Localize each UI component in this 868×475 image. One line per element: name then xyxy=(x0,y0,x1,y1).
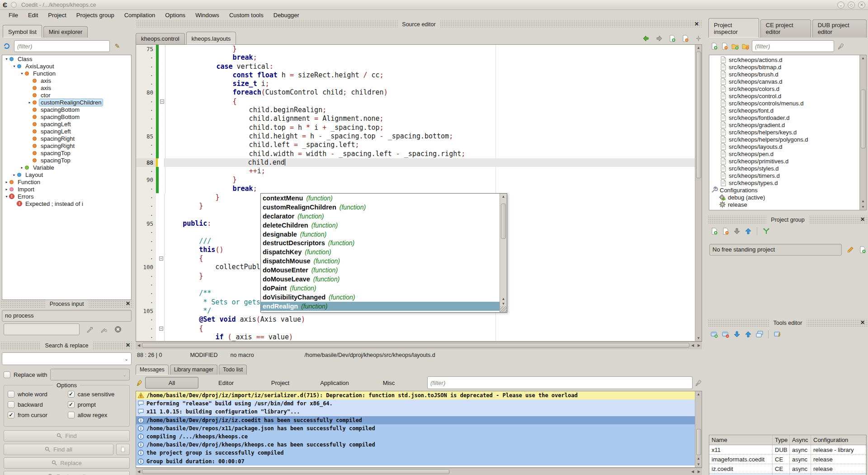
code-line[interactable]: · break; xyxy=(136,185,695,193)
symbol-tree-item[interactable]: ▸Variable xyxy=(2,164,131,171)
project-file-item[interactable]: src/kheops/layouts.d xyxy=(709,143,859,150)
symbol-tree-item[interactable]: spacingTop xyxy=(2,157,131,164)
message-row[interactable]: /home/basile/Dev/dproj/kheops/kheops.ce … xyxy=(136,441,695,449)
tree-expander-icon[interactable]: ▸ xyxy=(4,180,9,184)
message-row[interactable]: /home/basile/Dev/dproj/iz/import/iz/seri… xyxy=(136,391,695,399)
remove-tool-icon[interactable] xyxy=(722,331,729,338)
symbol-tree-item[interactable]: ▾Class xyxy=(2,55,131,62)
close-icon[interactable]: ✕ xyxy=(859,216,866,223)
project-file-item[interactable]: src/kheops/control.d xyxy=(709,92,859,100)
messages-filter-all[interactable]: All xyxy=(145,377,198,389)
symbol-tree-item[interactable]: ▸customRealignChildren xyxy=(2,99,131,106)
completion-item[interactable]: designable(function) xyxy=(261,230,500,239)
project-row[interactable]: iz.coeditCEasyncrelease xyxy=(709,464,866,474)
editor-vscrollbar[interactable]: ▲ ▼ xyxy=(695,45,702,341)
code-line[interactable]: · child.width = width - _spacing.left - … xyxy=(136,150,695,158)
tree-expander-icon[interactable]: ▾ xyxy=(4,195,9,199)
completion-item[interactable]: destructDescriptors(function) xyxy=(261,238,500,247)
menu-item-debugger[interactable]: Debugger xyxy=(269,10,304,20)
replace-with-combo[interactable]: ⌄ xyxy=(50,369,130,380)
messages-vscrollbar[interactable]: ▲ ▲▼ xyxy=(695,391,702,467)
button-replace-all[interactable]: Replace all xyxy=(4,471,130,475)
completion-item[interactable]: customRealignChildren(function) xyxy=(261,203,500,212)
clean-icon[interactable] xyxy=(694,379,702,387)
close-icon[interactable]: ✕ xyxy=(125,300,131,307)
editor-hscrollbar[interactable]: ◀ ◀▶ xyxy=(136,342,702,349)
column-header-configuration[interactable]: Configuration xyxy=(811,435,866,445)
project-file-item[interactable]: src/kheops/font.d xyxy=(709,107,859,114)
completion-item[interactable]: dispatchKey(function) xyxy=(261,247,500,256)
close-icon[interactable]: ✕ xyxy=(693,21,700,27)
message-row[interactable]: /home/basile/Dev/repos/x11/package.json … xyxy=(136,424,695,432)
code-line[interactable]: · child.top = h * i + _spacing.top; xyxy=(136,124,695,132)
run-tool-icon[interactable] xyxy=(774,331,781,338)
completion-item[interactable]: dispatchMouse(function) xyxy=(261,256,500,266)
inspector-vscrollbar[interactable]: ▲ ▲▼ xyxy=(859,55,866,210)
project-file-item[interactable]: src/kheops/pen.d xyxy=(709,150,859,157)
completion-item[interactable]: deleteChildren(function) xyxy=(261,221,500,230)
symbol-tree-item[interactable]: ▸Function xyxy=(2,178,131,185)
remove-project-icon[interactable] xyxy=(722,228,729,235)
symbol-tree-item[interactable]: spacingRight xyxy=(2,142,131,149)
menu-item-projects-group[interactable]: Projects group xyxy=(71,10,119,20)
symbol-tree-item[interactable]: ▾Function xyxy=(2,70,131,77)
button-find[interactable]: Find xyxy=(4,430,130,442)
new-free-standing-icon[interactable] xyxy=(859,246,866,254)
project-file-item[interactable]: src/kheops/styles.d xyxy=(709,165,859,172)
symbol-tree-item[interactable]: axis xyxy=(2,84,131,91)
message-row[interactable]: x11 1.0.15: building configuration "libr… xyxy=(136,408,695,416)
inspector-filter-input[interactable] xyxy=(752,40,834,52)
message-row[interactable]: compiling /.../kheops/kheops.ce xyxy=(136,432,695,441)
close-document-icon[interactable] xyxy=(681,34,689,42)
project-file-item[interactable]: src/kheops/brush.d xyxy=(709,71,859,78)
tab-ce-project-editor[interactable]: CE project editor xyxy=(760,19,811,38)
refresh-icon[interactable] xyxy=(3,43,10,50)
editor-tab-kheops-layouts[interactable]: kheops.layouts xyxy=(186,32,236,44)
tab-todo-list[interactable]: Todo list xyxy=(219,365,247,375)
menu-item-options[interactable]: Options xyxy=(160,10,190,20)
messages-hscrollbar[interactable]: ◀ ◀▶ xyxy=(136,468,702,475)
pen-icon[interactable]: ✎ xyxy=(113,43,121,50)
project-file-item[interactable]: src/kheops/colors.d xyxy=(709,85,859,92)
project-file-item[interactable]: src/kheops/timers.d xyxy=(709,172,859,179)
symbol-tree-item[interactable]: ▸Import xyxy=(2,185,131,193)
tab-dub-project-editor[interactable]: DUB project editor xyxy=(812,19,867,38)
move-down-icon[interactable] xyxy=(733,228,741,235)
tree-expander-icon[interactable]: ▾ xyxy=(19,71,24,76)
close-icon[interactable]: ✕ xyxy=(859,319,866,326)
editor-tab-kheops-control[interactable]: kheops.control xyxy=(136,33,185,44)
column-header-name[interactable]: Name xyxy=(709,435,773,445)
code-line[interactable]: 80 foreach(CustomControl child; children… xyxy=(136,88,695,97)
project-file-item[interactable]: src/kheops/canvas.d xyxy=(709,78,859,85)
column-header-type[interactable]: Type xyxy=(773,435,790,445)
fold-marker-icon[interactable]: − xyxy=(159,327,163,331)
menu-item-compilation[interactable]: Compilation xyxy=(119,10,160,20)
checkbox[interactable] xyxy=(68,412,75,418)
code-line[interactable]: ·− { xyxy=(136,97,695,106)
find-all-in-file-button[interactable] xyxy=(116,444,130,455)
search-term-combo[interactable]: ⌄ xyxy=(2,352,132,365)
code-line[interactable]: · size_t i; xyxy=(136,80,695,88)
symbol-tree-item[interactable]: spacingBottom xyxy=(2,113,131,120)
code-line[interactable]: 85 child.height = h - _spacing.top - _sp… xyxy=(136,132,695,141)
menu-item-custom-tools[interactable]: Custom tools xyxy=(224,10,269,20)
button-replace[interactable]: Replace xyxy=(4,457,130,469)
checkbox[interactable] xyxy=(8,401,14,408)
process-input-field[interactable] xyxy=(4,323,80,335)
symbol-filter-input[interactable] xyxy=(14,40,110,52)
edit-pencil-icon[interactable] xyxy=(846,246,854,254)
menu-item-project[interactable]: Project xyxy=(43,10,71,20)
symbol-tree-item[interactable]: ctor xyxy=(2,91,131,99)
completion-item[interactable]: doMouseEnter(function) xyxy=(261,266,500,275)
app-menu-button[interactable] xyxy=(11,2,17,8)
tool-move-up-icon[interactable] xyxy=(744,331,752,338)
symbol-tree-item[interactable]: spacingLeft xyxy=(2,120,131,128)
tab-messages[interactable]: Messages xyxy=(136,365,169,375)
message-row[interactable]: /home/basile/Dev/dproj/iz/iz.coedit has … xyxy=(136,416,695,424)
project-file-item[interactable]: src/kheops/actions.d xyxy=(709,56,859,63)
symbol-tree-item[interactable]: !Expected ; instead of i xyxy=(2,200,131,207)
code-line[interactable]: · break; xyxy=(136,53,695,62)
clean-icon[interactable] xyxy=(837,43,844,50)
new-document-icon[interactable] xyxy=(668,34,676,42)
code-line[interactable]: · const float h = sizeRect.height / cc; xyxy=(136,71,695,80)
